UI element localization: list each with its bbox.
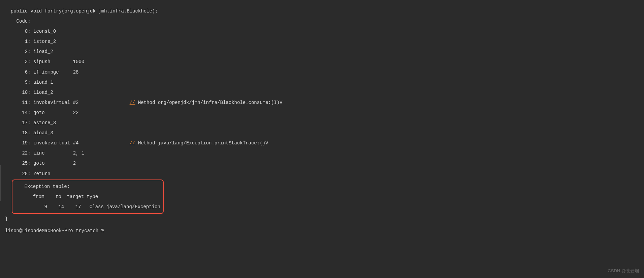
instruction-9: 9: aload_1 (5, 77, 644, 87)
instruction-3: 3: sipush 1000 (5, 57, 644, 67)
code-label: Code: (5, 16, 644, 26)
instruction-6: 6: if_icmpge 28 (5, 67, 644, 77)
exception-table-header: Exception table: (13, 182, 160, 192)
watermark: CSDN @苍云烟 (608, 267, 639, 275)
instruction-25: 25: goto 2 (5, 158, 644, 168)
instruction-28: 28: return (5, 169, 644, 179)
comment-text: Method java/lang/Exception.printStackTra… (135, 140, 268, 146)
instruction-11: 11: invokevirtual #2 // Method org/openj… (5, 98, 644, 108)
instruction-14: 14: goto 22 (5, 108, 644, 118)
comment-slash-icon: // (130, 140, 135, 146)
instruction-10: 10: iload_2 (5, 87, 644, 98)
instruction-18: 18: aload_3 (5, 128, 644, 138)
exception-table-columns: from to target type (13, 192, 160, 202)
sidebar-indicator (0, 165, 1, 201)
instruction-0: 0: iconst_0 (5, 26, 644, 36)
terminal-prompt[interactable]: lison@LisondeMacBook-Pro trycatch % (5, 227, 644, 235)
instruction-1: 1: istore_2 (5, 36, 644, 47)
instruction-2: 2: iload_2 (5, 47, 644, 57)
exception-table-row: 9 14 17 Class java/lang/Exception (13, 202, 160, 212)
instruction-22: 22: iinc 2, 1 (5, 148, 644, 158)
comment-slash-icon: // (130, 100, 135, 105)
method-signature: public void fortry(org.openjdk.jmh.infra… (5, 6, 644, 16)
instruction-19: 19: invokevirtual #4 // Method java/lang… (5, 138, 644, 148)
instruction-17: 17: astore_3 (5, 118, 644, 128)
closing-brace: } (5, 214, 644, 224)
exception-table-highlight: Exception table: from to target type 9 1… (12, 179, 164, 214)
comment-text: Method org/openjdk/jmh/infra/Blackhole.c… (135, 100, 282, 105)
